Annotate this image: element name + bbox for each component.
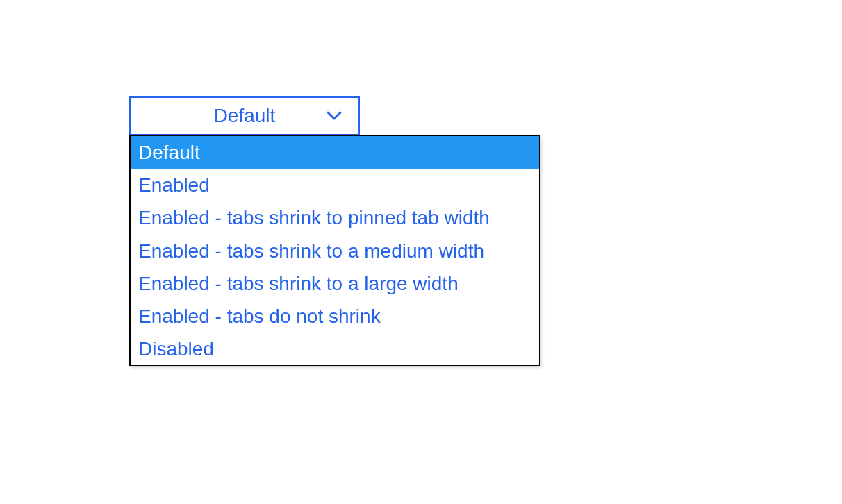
dropdown-option[interactable]: Enabled - tabs shrink to pinned tab widt… (131, 201, 539, 234)
dropdown-select[interactable]: Default (129, 96, 360, 135)
dropdown-option[interactable]: Enabled (131, 169, 539, 201)
dropdown-option[interactable]: Default (131, 136, 539, 169)
dropdown-option[interactable]: Enabled - tabs do not shrink (131, 300, 539, 333)
dropdown-options-list: Default Enabled Enabled - tabs shrink to… (129, 135, 540, 366)
dropdown-selected-label: Default (131, 105, 358, 127)
dropdown-option[interactable]: Enabled - tabs shrink to a large width (131, 267, 539, 300)
dropdown-option[interactable]: Enabled - tabs shrink to a medium width (131, 235, 539, 267)
chevron-down-icon (327, 111, 342, 121)
dropdown-container: Default Default Enabled Enabled - tabs s… (129, 96, 360, 135)
dropdown-option[interactable]: Disabled (131, 333, 539, 365)
